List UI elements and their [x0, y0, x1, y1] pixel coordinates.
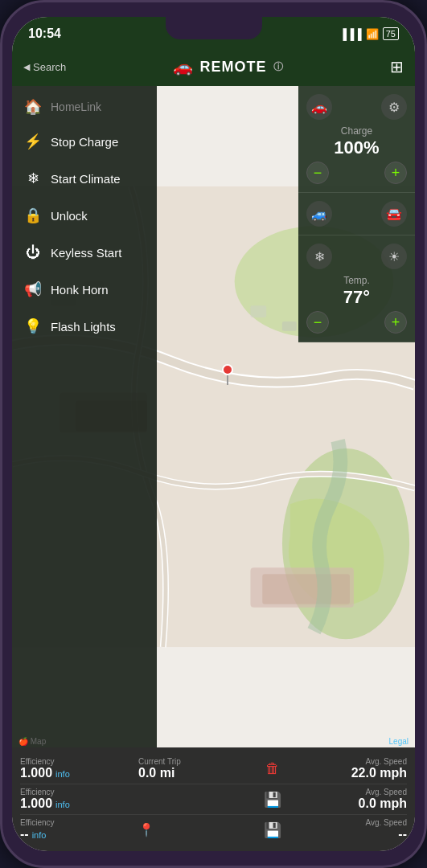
- right-panel: 🚗 ⚙ Charge 100% − +: [298, 86, 415, 342]
- sidebar-item-unlock[interactable]: 🔒 Unlock: [12, 197, 157, 234]
- svg-rect-10: [282, 321, 297, 331]
- charge-value: 100%: [306, 137, 407, 158]
- save-icon-3-cell[interactable]: 💾: [257, 819, 289, 841]
- nav-bar: ◀ Search 🚗 REMOTE ⓘ ⊞: [12, 47, 415, 86]
- stats-row-2: Efficiency 1.000 info 💾 Avg.: [20, 784, 407, 815]
- lock-icon: 🔒: [23, 206, 43, 225]
- horn-icon: 📢: [23, 280, 43, 299]
- efficiency-3-value: --: [20, 827, 29, 841]
- efficiency-2-cell: Efficiency 1.000 info: [20, 788, 135, 811]
- sidebar-item-keyless-start[interactable]: ⏻ Keyless Start: [12, 234, 157, 271]
- sidebar-flash-lights-label: Flash Lights: [51, 320, 116, 334]
- battery-icon: 75: [383, 27, 399, 40]
- sidebar: 🏠 HomeLink ⚡ Stop Charge ❄ Start Climate…: [12, 86, 157, 747]
- main-content: 🏠 HomeLink ⚡ Stop Charge ❄ Start Climate…: [12, 86, 415, 851]
- page-title: REMOTE: [200, 59, 267, 76]
- avgspeed-3-value: --: [398, 827, 407, 841]
- info-icon[interactable]: ⓘ: [273, 60, 284, 74]
- legal-link[interactable]: Legal: [389, 737, 409, 746]
- trash-icon-1: 🗑: [261, 758, 284, 780]
- map-pin-stem: [227, 375, 228, 385]
- charge-car-icon: 🚗: [306, 94, 332, 120]
- svg-rect-6: [262, 574, 350, 604]
- map-area: 🏠 HomeLink ⚡ Stop Charge ❄ Start Climate…: [12, 86, 415, 747]
- temp-label: Temp.: [343, 275, 370, 286]
- sidebar-unlock-label: Unlock: [51, 209, 88, 223]
- efficiency-2-label: Efficiency: [20, 788, 55, 796]
- charge-label: Charge: [341, 125, 372, 137]
- efficiency-2-value: 1.000: [20, 796, 52, 811]
- phone-screen: 10:54 ▐▐▐ 📶 75 ◀ Search 🚗 REMOTE ⓘ ⊞: [12, 17, 415, 851]
- avgspeed-3-label: Avg. Speed: [365, 818, 407, 827]
- lights-icon: 💡: [23, 317, 43, 336]
- avgspeed-1-cell: Avg. Speed 22.0 mph: [292, 757, 407, 780]
- avgspeed-3-cell: Avg. Speed --: [292, 818, 407, 841]
- efficiency-3-cell: Efficiency -- info: [20, 818, 135, 841]
- sidebar-item-flash-lights[interactable]: 💡 Flash Lights: [12, 308, 157, 345]
- stats-row-1: Efficiency 1.000 info Current Trip 0.0 m…: [20, 754, 407, 784]
- car-side-icon[interactable]: 🚘: [381, 201, 407, 227]
- apple-maps-label: 🍎 Map: [18, 737, 46, 746]
- avgspeed-2-label: Avg. Speed: [365, 788, 407, 796]
- efficiency-1-info[interactable]: info: [55, 769, 70, 779]
- trash-icon-1-cell[interactable]: 🗑: [257, 758, 289, 780]
- save-icon-2: 💾: [261, 788, 284, 811]
- charge-icons-row: 🚗 ⚙: [306, 94, 407, 120]
- sidebar-item-start-climate[interactable]: ❄ Start Climate: [12, 160, 157, 197]
- efficiency-1-cell: Efficiency 1.000 info: [20, 757, 135, 780]
- temp-plus-button[interactable]: +: [384, 311, 407, 334]
- sidebar-stop-charge-label: Stop Charge: [51, 135, 118, 149]
- sidebar-item-stop-charge[interactable]: ⚡ Stop Charge: [12, 123, 157, 160]
- temp-minus-button[interactable]: −: [306, 311, 329, 334]
- location-icon-3: 📍: [138, 822, 154, 837]
- phone-frame: 10:54 ▐▐▐ 📶 75 ◀ Search 🚗 REMOTE ⓘ ⊞: [0, 0, 427, 868]
- trip-1-cell: Current Trip 0.0 mi: [138, 757, 253, 780]
- svg-rect-9: [250, 305, 266, 317]
- search-label: Search: [33, 61, 66, 73]
- sidebar-homelink-label: HomeLink: [51, 100, 101, 113]
- efficiency-3-info[interactable]: info: [32, 830, 47, 840]
- sidebar-item-homelink[interactable]: 🏠 HomeLink: [12, 91, 157, 123]
- charge-minus-button[interactable]: −: [306, 162, 329, 184]
- avgspeed-2-value: 0.0 mph: [359, 796, 407, 811]
- car-front-icon[interactable]: 🚙: [306, 201, 332, 227]
- charge-plus-button[interactable]: +: [384, 162, 407, 184]
- sidebar-start-climate-label: Start Climate: [51, 172, 121, 186]
- climate-icon: ❄: [23, 169, 43, 188]
- notch: [166, 17, 262, 39]
- layers-icon[interactable]: ⊞: [390, 57, 404, 76]
- save-icon-2-cell[interactable]: 💾: [257, 788, 289, 811]
- trip-3-cell: 📍: [138, 822, 253, 837]
- home-icon: 🏠: [23, 97, 43, 117]
- avgspeed-2-cell: Avg. Speed 0.0 mph: [292, 788, 407, 811]
- efficiency-2-info[interactable]: info: [55, 800, 70, 809]
- sidebar-item-honk-horn[interactable]: 📢 Honk Horn: [12, 271, 157, 308]
- efficiency-1-label: Efficiency: [20, 757, 55, 766]
- status-time: 10:54: [28, 27, 61, 41]
- avgspeed-1-value: 22.0 mph: [351, 766, 407, 780]
- car-icon: 🚗: [173, 57, 194, 76]
- sidebar-keyless-start-label: Keyless Start: [51, 246, 121, 260]
- charge-controls: − +: [306, 162, 407, 184]
- avgspeed-1-label: Avg. Speed: [365, 757, 407, 766]
- lightning-icon: ⚡: [23, 132, 43, 151]
- efficiency-1-value: 1.000: [20, 766, 52, 780]
- temp-section: ❄ ☀ Temp. 77° − +: [298, 235, 415, 342]
- temp-icons-row: ❄ ☀: [306, 244, 407, 269]
- trip-1-value: 0.0 mi: [138, 766, 174, 780]
- sun-icon: ☀: [381, 244, 407, 269]
- car-images-section: 🚙 🚘: [298, 193, 415, 235]
- map-pin: [222, 364, 233, 375]
- power-icon: ⏻: [23, 243, 43, 262]
- save-icon-3: 💾: [261, 819, 284, 841]
- signal-icon: ▐▐▐: [339, 28, 362, 40]
- wifi-icon: 📶: [366, 28, 379, 40]
- sidebar-honk-horn-label: Honk Horn: [51, 283, 109, 297]
- efficiency-3-label: Efficiency: [20, 818, 55, 827]
- charge-settings-icon[interactable]: ⚙: [381, 94, 407, 120]
- charge-section: 🚗 ⚙ Charge 100% − +: [298, 86, 415, 193]
- bottom-stats: Efficiency 1.000 info Current Trip 0.0 m…: [12, 747, 415, 851]
- nav-search[interactable]: ◀ Search: [23, 61, 66, 73]
- status-icons: ▐▐▐ 📶 75: [339, 27, 399, 40]
- trip-1-label: Current Trip: [138, 757, 181, 766]
